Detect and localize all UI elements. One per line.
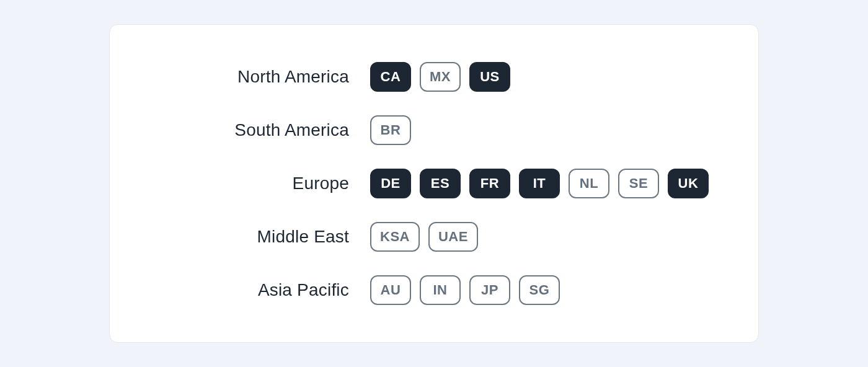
region-row-middle-east: Middle East KSA UAE <box>147 222 721 252</box>
region-chips: BR <box>370 115 411 145</box>
region-row-south-america: South America BR <box>147 115 721 145</box>
region-row-north-america: North America CA MX US <box>147 62 721 92</box>
region-chips: AU IN JP SG <box>370 275 560 305</box>
country-chip-us[interactable]: US <box>469 62 510 92</box>
country-chip-fr[interactable]: FR <box>469 169 510 198</box>
region-chips: DE ES FR IT NL SE UK <box>370 169 709 198</box>
country-chip-in[interactable]: IN <box>420 275 461 305</box>
country-chip-sg[interactable]: SG <box>519 275 560 305</box>
country-chip-it[interactable]: IT <box>519 169 560 198</box>
country-chip-uae[interactable]: UAE <box>428 222 478 252</box>
region-label: Asia Pacific <box>147 280 370 300</box>
region-label: South America <box>147 120 370 140</box>
country-chip-uk[interactable]: UK <box>668 169 709 198</box>
country-chip-mx[interactable]: MX <box>420 62 461 92</box>
region-row-asia-pacific: Asia Pacific AU IN JP SG <box>147 275 721 305</box>
region-chips: CA MX US <box>370 62 510 92</box>
country-chip-de[interactable]: DE <box>370 169 411 198</box>
region-label: North America <box>147 67 370 87</box>
region-label: Middle East <box>147 227 370 247</box>
country-chip-se[interactable]: SE <box>618 169 659 198</box>
country-chip-au[interactable]: AU <box>370 275 411 305</box>
country-chip-br[interactable]: BR <box>370 115 411 145</box>
region-row-europe: Europe DE ES FR IT NL SE UK <box>147 169 721 198</box>
country-chip-nl[interactable]: NL <box>569 169 609 198</box>
country-chip-ca[interactable]: CA <box>370 62 411 92</box>
country-chip-jp[interactable]: JP <box>469 275 510 305</box>
country-chip-ksa[interactable]: KSA <box>370 222 420 252</box>
region-selector-card: North America CA MX US South America BR … <box>109 24 759 343</box>
region-chips: KSA UAE <box>370 222 478 252</box>
region-label: Europe <box>147 174 370 193</box>
country-chip-es[interactable]: ES <box>420 169 461 198</box>
